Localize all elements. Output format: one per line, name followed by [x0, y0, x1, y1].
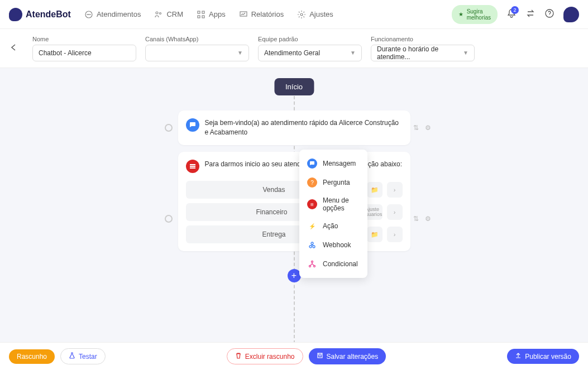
pop-condicional[interactable]: Condicional: [299, 254, 367, 273]
svg-rect-7: [202, 11, 204, 13]
svg-point-12: [546, 9, 553, 17]
nome-input[interactable]: [32, 45, 136, 61]
nav-ajustes[interactable]: Ajustes: [297, 10, 333, 19]
svg-point-11: [300, 13, 303, 16]
node-radio[interactable]: [165, 124, 173, 132]
gear-icon[interactable]: ⚙: [424, 123, 433, 132]
svg-rect-8: [198, 16, 200, 18]
svg-rect-9: [202, 16, 204, 18]
chevron-down-icon: ▼: [350, 50, 356, 56]
pop-acao[interactable]: ⚡ Ação: [299, 217, 367, 236]
notif-badge: 2: [511, 6, 519, 14]
func-label: Funcionamento: [371, 36, 475, 42]
pop-webhook[interactable]: Webhook: [299, 236, 367, 254]
salvar-button[interactable]: Salvar alterações: [309, 348, 386, 364]
svg-rect-19: [318, 353, 322, 358]
suggest-button[interactable]: ★ Sugira melhorias: [452, 5, 498, 24]
publicar-button[interactable]: Publicar versão: [507, 349, 579, 364]
question-icon: ?: [307, 177, 317, 188]
svg-rect-10: [240, 12, 247, 16]
message-icon: [186, 118, 199, 132]
svg-rect-6: [198, 11, 200, 13]
rascunho-badge: Rascunho: [9, 349, 55, 364]
nav-crm[interactable]: CRM: [154, 10, 183, 19]
svg-point-4: [156, 12, 158, 14]
svg-point-1: [87, 14, 88, 15]
svg-point-18: [314, 266, 315, 267]
trash-icon: [235, 352, 242, 361]
folder-icon[interactable]: 📁: [367, 227, 383, 242]
message-node[interactable]: ⇅ ⚙ Seja bem-vindo(a) ao atendimento ráp…: [178, 110, 410, 145]
flask-icon: [69, 352, 75, 361]
svg-point-16: [312, 261, 313, 263]
nav-atendimentos[interactable]: Atendimentos: [84, 10, 141, 19]
swap-icon[interactable]: [525, 8, 536, 21]
start-node: Início: [274, 78, 314, 95]
bolt-icon: ⚡: [307, 221, 317, 231]
menu-icon: [186, 160, 199, 173]
canais-select[interactable]: ▼: [145, 45, 249, 61]
chevron-right-icon[interactable]: ›: [387, 227, 403, 242]
avatar[interactable]: [563, 7, 579, 22]
svg-point-5: [160, 12, 161, 14]
people-icon: [154, 10, 163, 19]
chevron-right-icon[interactable]: ›: [387, 182, 403, 198]
folder-icon[interactable]: 📁: [367, 182, 383, 198]
pop-menu[interactable]: ≡ Menu de opções: [299, 192, 367, 217]
upload-icon: [515, 352, 522, 361]
list-icon: ≡: [307, 199, 317, 209]
webhook-icon: [307, 240, 317, 250]
message-icon: [307, 158, 317, 169]
menu-node[interactable]: ⇅ ⚙ Para darmos inicio ao seu atendiment…: [178, 152, 410, 251]
star-icon: ★: [458, 11, 463, 17]
gear-icon[interactable]: ⚙: [424, 214, 433, 223]
add-node-button[interactable]: +: [288, 269, 301, 282]
svg-point-3: [90, 14, 90, 15]
help-icon[interactable]: [544, 8, 554, 21]
pop-pergunta[interactable]: ? Pergunta: [299, 173, 367, 192]
chat-icon: [84, 10, 93, 19]
grid-icon: [197, 10, 205, 19]
save-icon: [317, 352, 323, 361]
message-text: Seja bem-vindo(a) ao atendimento rápido …: [205, 118, 403, 137]
chevron-down-icon: ▼: [237, 50, 243, 56]
notifications-button[interactable]: 2: [506, 8, 517, 21]
node-radio[interactable]: [165, 215, 173, 223]
reorder-icon[interactable]: ⇅: [412, 123, 420, 132]
back-button[interactable]: [9, 42, 19, 55]
equipe-label: Equipe padrão: [258, 36, 362, 42]
testar-button[interactable]: Testar: [60, 348, 106, 364]
reorder-icon[interactable]: ⇅: [412, 214, 420, 223]
svg-point-17: [309, 266, 311, 267]
nav-apps[interactable]: Apps: [197, 10, 226, 19]
svg-point-2: [88, 14, 89, 15]
nome-label: Nome: [32, 36, 136, 42]
canais-label: Canais (WhatsApp): [145, 36, 249, 42]
logo[interactable]: AtendeBot: [9, 8, 71, 21]
gear-icon: [297, 10, 306, 19]
pop-mensagem[interactable]: Mensagem: [299, 154, 367, 173]
chevron-right-icon[interactable]: ›: [387, 204, 403, 220]
excluir-button[interactable]: Excluir rascunho: [227, 348, 303, 364]
branch-icon: [307, 259, 317, 269]
func-select[interactable]: Durante o horário de atendime... ▼: [371, 45, 475, 61]
chevron-down-icon: ▼: [463, 50, 469, 56]
svg-point-15: [311, 242, 313, 244]
chart-icon: [239, 10, 248, 19]
node-type-popover: Mensagem ? Pergunta ≡ Menu de opções ⚡ A…: [299, 150, 367, 278]
brand-name: AtendeBot: [26, 9, 71, 20]
nav-relatorios[interactable]: Relatórios: [239, 10, 284, 19]
logo-icon: [9, 8, 22, 21]
equipe-select[interactable]: Atendimento Geral ▼: [258, 45, 362, 61]
